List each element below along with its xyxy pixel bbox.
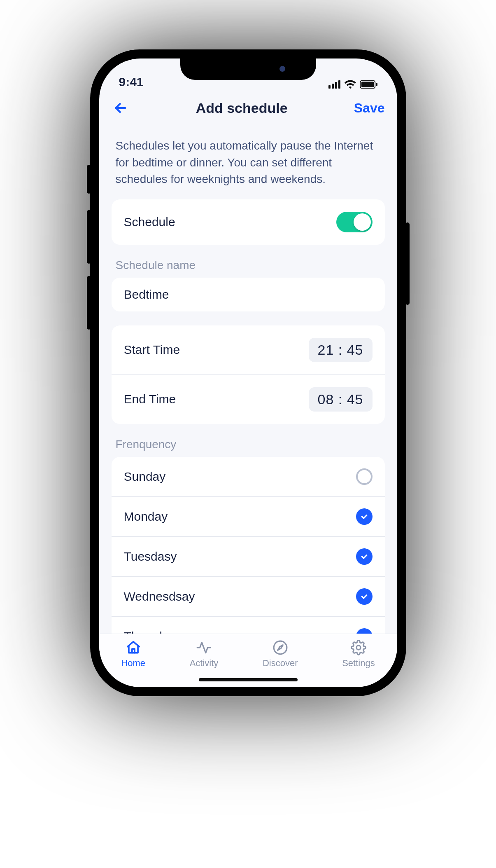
schedule-name-label: Schedule name: [112, 245, 385, 278]
arrow-left-icon: [114, 101, 128, 115]
compass-icon: [272, 640, 288, 655]
tab-activity[interactable]: Activity: [190, 640, 219, 669]
schedule-toggle[interactable]: [336, 212, 373, 232]
svg-point-4: [274, 641, 287, 654]
frequency-day-label: Wednesdsay: [124, 590, 195, 604]
tab-discover-label: Discover: [263, 658, 298, 669]
svg-rect-1: [361, 82, 374, 87]
frequency-row[interactable]: Thursday: [112, 616, 385, 634]
activity-icon: [196, 640, 212, 655]
tab-home[interactable]: Home: [121, 640, 145, 669]
end-time-label: End Time: [124, 392, 176, 406]
frequency-row[interactable]: Monday: [112, 496, 385, 536]
frequency-day-label: Tuesdasy: [124, 550, 177, 564]
tab-activity-label: Activity: [190, 658, 219, 669]
status-icons: [328, 80, 377, 89]
home-indicator[interactable]: [199, 678, 298, 681]
check-circle-icon[interactable]: [356, 548, 373, 565]
check-circle-icon[interactable]: [356, 508, 373, 525]
svg-point-6: [356, 646, 361, 650]
cellular-icon: [328, 80, 340, 89]
check-circle-icon[interactable]: [356, 588, 373, 605]
save-button[interactable]: Save: [354, 101, 385, 116]
tab-home-label: Home: [121, 658, 145, 669]
end-time-value[interactable]: 08 : 45: [309, 387, 373, 412]
check-circle-icon[interactable]: [356, 628, 373, 634]
frequency-day-label: Sunday: [124, 470, 166, 484]
gear-icon: [351, 640, 366, 655]
schedule-name-input[interactable]: Bedtime: [112, 278, 385, 311]
back-button[interactable]: [112, 99, 130, 117]
frequency-row[interactable]: Tuesdasy: [112, 536, 385, 576]
frequency-row[interactable]: Sunday: [112, 457, 385, 496]
start-time-value[interactable]: 21 : 45: [309, 338, 373, 362]
page-description: Schedules let you automatically pause th…: [112, 125, 385, 199]
frequency-day-label: Monday: [124, 510, 168, 524]
frequency-label: Frenquency: [112, 424, 385, 457]
schedule-name-value: Bedtime: [124, 288, 169, 301]
wifi-icon: [345, 80, 356, 89]
schedule-toggle-label: Schedule: [124, 215, 175, 229]
frequency-day-label: Thursday: [124, 629, 175, 634]
frequency-row[interactable]: Wednesdsay: [112, 576, 385, 616]
svg-marker-5: [277, 645, 283, 650]
tab-discover[interactable]: Discover: [263, 640, 298, 669]
home-icon: [126, 640, 141, 655]
tab-settings[interactable]: Settings: [342, 640, 375, 669]
tab-settings-label: Settings: [342, 658, 375, 669]
page-title: Add schedule: [196, 100, 288, 116]
circle-outline-icon[interactable]: [356, 468, 373, 485]
svg-rect-2: [376, 83, 377, 86]
status-time: 9:41: [119, 75, 144, 89]
start-time-label: Start Time: [124, 343, 180, 357]
battery-icon: [360, 80, 377, 89]
